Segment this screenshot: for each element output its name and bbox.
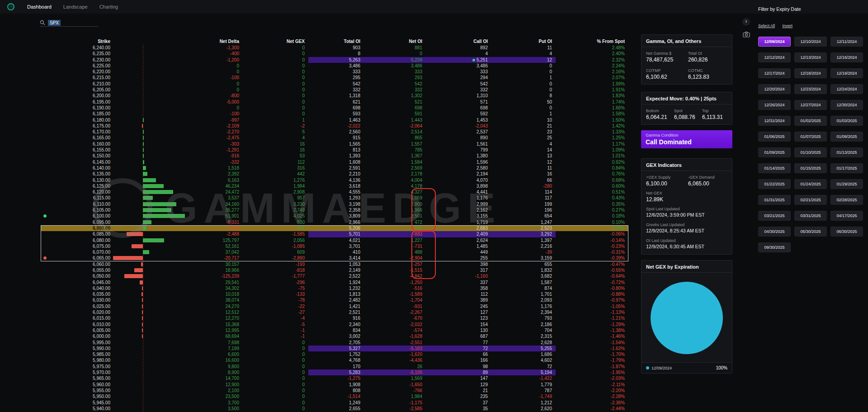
expiry-date-02/21/2025[interactable]: 02/21/2025 <box>794 195 827 205</box>
expiry-date-01/08/2025[interactable]: 01/08/2025 <box>830 132 863 142</box>
expiry-date-01/10/2025[interactable]: 01/10/2025 <box>794 147 827 157</box>
expiry-date-01/07/2025[interactable]: 01/07/2025 <box>794 132 827 142</box>
expiry-date-01/22/2025[interactable]: 01/22/2025 <box>758 179 791 189</box>
col-header-net-delta[interactable]: Net Delta <box>114 38 243 45</box>
table-row-6,060.00[interactable]: 6,060.0030,157-1931,053-257398655-0.47% <box>41 261 628 267</box>
table-row-5,960.00[interactable]: 5,960.0012,90001,908-1,6501291,779-2.11% <box>41 382 628 388</box>
table-row-6,140.00[interactable]: 6,140.001,5183162,5912,5692,580110.84% <box>41 165 628 171</box>
table-row-6,170.00[interactable]: 6,170.00-2,27052,5602,5142,537231.33% <box>41 129 628 135</box>
nav-tab-landscape[interactable]: Landscape <box>63 4 88 9</box>
expiry-date-01/06/2025[interactable]: 01/06/2025 <box>758 132 791 142</box>
invert-link[interactable]: Invert <box>782 24 793 28</box>
table-row-6,130.00[interactable]: 6,130.006,1631,2764,1364,0044,070660.68% <box>41 177 628 183</box>
table-row-6,020.00[interactable]: 6,020.0012,512-272,521-2,2671272,394-1.1… <box>41 309 628 315</box>
expiry-date-12/30/2024[interactable]: 12/30/2024 <box>830 100 863 110</box>
table-row-6,000.00[interactable]: 6,000.0068,694-13,002-1,6286872,315-1.46… <box>41 333 628 339</box>
table-row-6,100.00[interactable]: 6,100.0051,9014,0253,8092,5013,1556540.1… <box>41 213 628 219</box>
table-row-6,075.00[interactable]: 6,075.0052,161-1,0853,701-7311,4852,216-… <box>41 243 628 249</box>
table-row-6,085.00[interactable]: 6,085.00-2,488-1,5855,701-8832,4093,292-… <box>41 231 628 237</box>
col-header-net-oi[interactable]: Net OI <box>364 38 426 45</box>
table-row-6,105.00[interactable]: 6,105.0035,2772,7492,3581,9662,1621960.2… <box>41 207 628 213</box>
table-row-6,050.00[interactable]: 6,050.00-125,239-1,7772,522-4,842-1,1603… <box>41 273 628 279</box>
expiry-date-01/02/2025[interactable]: 01/02/2025 <box>794 116 827 126</box>
table-row-6,045.00[interactable]: 6,045.0029,541-2961,924-1,2503371,587-0.… <box>41 279 628 285</box>
table-row-5,975.00[interactable]: 5,975.009,8000170269872-1.87% <box>41 364 628 369</box>
nav-tab-dashboard[interactable]: Dashboard <box>27 4 52 9</box>
table-row-5,970.00[interactable]: 5,970.008,90005,283-5,105895,194-1.95% <box>41 369 628 375</box>
table-row-6,195.00[interactable]: 6,195.00-5,0000621521571501.74% <box>41 99 628 105</box>
table-row-6,025.00[interactable]: 6,025.0024,270-221,421-9312451,176-1.05% <box>41 303 628 309</box>
table-row-5,995.00[interactable]: 5,995.007,69802,705-2,551772,628-1.54% <box>41 340 628 346</box>
expiry-date-12/23/2024[interactable]: 12/23/2024 <box>794 84 827 94</box>
expiry-date-12/19/2024[interactable]: 12/19/2024 <box>830 68 863 78</box>
expiry-date-01/14/2025[interactable]: 01/14/2025 <box>758 163 791 173</box>
symbol-search[interactable]: SPX <box>40 19 99 27</box>
expiry-date-01/13/2025[interactable]: 01/13/2025 <box>830 147 863 157</box>
expiry-date-12/11/2024[interactable]: 12/11/2024 <box>830 37 863 47</box>
table-row-6,200.00[interactable]: 6,200.00-80001,3181,3021,31081.83% <box>41 93 628 99</box>
table-row-6,095.00[interactable]: 6,095.00-8,3318302,9664721,7191,2470.10% <box>41 219 628 225</box>
expiry-date-04/17/2025[interactable]: 04/17/2025 <box>830 211 863 221</box>
col-header-put-oi[interactable]: Put OI <box>491 38 556 45</box>
expiry-date-12/26/2024[interactable]: 12/26/2024 <box>758 100 791 110</box>
table-row-6,040.00[interactable]: 6,040.0034,302-751,232-516358874-0.80% <box>41 285 628 291</box>
table-row-6,160.00[interactable]: 6,160.00-303161,5651,5571,56141.17% <box>41 141 628 147</box>
expiry-date-12/09/2024[interactable]: 12/09/2024 <box>758 37 791 47</box>
table-row-6,145.00[interactable]: 6,145.00-3321121,6081,5841,596120.92% <box>41 159 628 165</box>
table-row-6,135.00[interactable]: 6,135.002,3924422,2102,1782,194160.76% <box>41 171 628 177</box>
col-header-call-oi[interactable]: Call OI <box>426 38 491 45</box>
table-row-6,235.00[interactable]: 6,235.00-400080442.40% <box>41 51 628 57</box>
table-row-6,015.00[interactable]: 6,015.0012,270-4916-670123793-1.21% <box>41 315 628 321</box>
table-row-6,215.00[interactable]: 6,215.00-100029529329412.07% <box>41 75 628 81</box>
expiry-date-01/31/2025[interactable]: 01/31/2025 <box>758 195 791 205</box>
table-row-5,980.00[interactable]: 5,980.0016,60004,768-4,4361664,602-1.79% <box>41 357 628 363</box>
table-row-6,030.00[interactable]: 6,030.0038,074-782,482-1,7043892,093-0.9… <box>41 297 628 303</box>
expiry-date-01/29/2025[interactable]: 01/29/2025 <box>830 179 863 189</box>
table-row-6,185.00[interactable]: 6,185.00-100059359159211.58% <box>41 111 628 117</box>
expiry-date-12/18/2024[interactable]: 12/18/2024 <box>794 68 827 78</box>
expiry-date-12/13/2024[interactable]: 12/13/2024 <box>794 52 827 62</box>
expiry-date-12/24/2024[interactable]: 12/24/2024 <box>830 84 863 94</box>
table-row-6,090.00[interactable]: 6,090.00-1,2582935,2061602,6832,5230.02% <box>41 225 628 231</box>
table-row-6,070.00[interactable]: 6,070.0037,042609410488449-39-0.31% <box>41 249 628 255</box>
table-row-6,035.00[interactable]: 6,035.0010,018-1331,813-1,5891121,701-0.… <box>41 291 628 297</box>
expiry-date-12/10/2024[interactable]: 12/10/2024 <box>794 37 827 47</box>
expiry-date-02/28/2025[interactable]: 02/28/2025 <box>830 195 863 205</box>
expiry-date-12/12/2024[interactable]: 12/12/2024 <box>758 52 791 62</box>
table-row-6,190.00[interactable]: 6,190.000069869869801.66% <box>41 105 628 111</box>
expiry-date-01/17/2025[interactable]: 01/17/2025 <box>830 163 863 173</box>
expiry-date-01/15/2025[interactable]: 01/15/2025 <box>794 163 827 173</box>
col-header-net-gex[interactable]: Net GEX <box>243 38 308 45</box>
table-row-6,120.00[interactable]: 6,120.0024,4722,9084,5554,3274,4411140.5… <box>41 189 628 195</box>
expiry-date-03/21/2025[interactable]: 03/21/2025 <box>758 211 791 221</box>
collapse-panel-button[interactable]: › <box>742 18 750 26</box>
expiry-date-03/31/2025[interactable]: 03/31/2025 <box>794 211 827 221</box>
table-row-6,165.00[interactable]: 6,165.00-2,4754915865890251.25% <box>41 135 628 141</box>
expiry-date-01/24/2025[interactable]: 01/24/2025 <box>794 179 827 189</box>
table-row-6,205.00[interactable]: 6,205.000033233233201.91% <box>41 87 628 93</box>
screenshot-button[interactable] <box>743 31 750 38</box>
expiry-date-12/17/2024[interactable]: 12/17/2024 <box>758 68 791 78</box>
app-logo-icon[interactable] <box>7 3 14 10</box>
table-row-6,110.00[interactable]: 6,110.0034,1603,2303,1982,8002,9991990.3… <box>41 201 628 207</box>
expiry-date-12/27/2024[interactable]: 12/27/2024 <box>794 100 827 110</box>
table-row-5,965.00[interactable]: 5,965.0014,7000-1,2751,569147-1,422-2.03… <box>41 375 628 381</box>
table-row-6,230.00[interactable]: 6,230.00-1,20005,2635,2395,251122.32% <box>41 57 628 63</box>
expiry-date-09/30/2025[interactable]: 09/30/2025 <box>758 242 791 252</box>
col-header--from-spot[interactable]: % From Spot <box>556 38 628 45</box>
table-row-6,065.00[interactable]: 6,065.00-20,717-2,8903,414-2,9042553,159… <box>41 255 628 261</box>
expiry-date-01/03/2025[interactable]: 01/03/2025 <box>830 116 863 126</box>
table-row-6,150.00[interactable]: 6,150.00-916531,3931,3671,380131.01% <box>41 153 628 159</box>
table-row-5,955.00[interactable]: 5,955.002,1000808-76621787-2.20% <box>41 388 628 393</box>
col-header-total-oi[interactable]: Total OI <box>308 38 364 45</box>
table-row-6,080.00[interactable]: 6,080.00125,7972,0564,0211,2272,6241,397… <box>41 237 628 243</box>
select-all-link[interactable]: Select All <box>758 24 775 28</box>
table-row-5,950.00[interactable]: 5,950.0023,5000-1,5141,984235-1,749-2.28… <box>41 393 628 399</box>
col-header-strike[interactable]: Strike <box>41 38 114 45</box>
table-row-6,240.00[interactable]: 6,240.00-1,3000903881892112.48% <box>41 45 628 51</box>
table-row-6,010.00[interactable]: 6,010.0015,368-52,340-2,0321542,186-1.29… <box>41 322 628 327</box>
table-row-6,180.00[interactable]: 6,180.00-99711,4631,4431,453101.50% <box>41 117 628 123</box>
table-row-5,990.00[interactable]: 5,990.007,19905,327-5,183725,255-1.62% <box>41 346 628 351</box>
table-row-6,115.00[interactable]: 6,115.003,5379571,2931,0591,1761170.43% <box>41 195 628 201</box>
table-row-6,220.00[interactable]: 6,220.000033333333302.16% <box>41 69 628 75</box>
